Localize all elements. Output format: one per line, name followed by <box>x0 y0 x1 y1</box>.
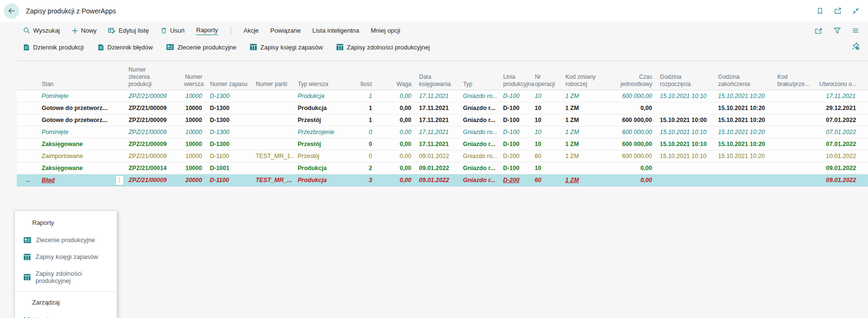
cell-utworzono[interactable]: 07.01.2022 <box>816 138 868 150</box>
table-row[interactable]: ZaksięgowaneZPZ/21/0001410000D-1001Produ… <box>17 162 868 174</box>
cell-godz_zak[interactable] <box>714 162 773 174</box>
cell-kod_braku[interactable] <box>773 126 816 138</box>
action-dziennik-bledow[interactable]: Dziennik błędów <box>98 44 153 51</box>
cell-utworzono[interactable]: 07.01.2022 <box>816 126 868 138</box>
cell-nr_operacji[interactable]: 10 <box>531 90 562 102</box>
menubar-item-mniej-opcji[interactable]: Mniej opcji <box>371 27 400 34</box>
cell-zlecenie[interactable]: ZPZ/21/00014 <box>125 162 180 174</box>
column-header-nr_operacji[interactable]: Nr operacji <box>531 73 562 88</box>
cell-waga[interactable]: 0,00 <box>376 126 416 138</box>
cell-kod_braku[interactable] <box>773 114 816 126</box>
cell-partia[interactable] <box>252 126 294 138</box>
cell-waga[interactable]: 0,00 <box>376 150 416 162</box>
cell-godz_rozp[interactable] <box>656 162 714 174</box>
cell-nr_operacji[interactable]: 10 <box>531 126 562 138</box>
cell-kod_zmiany[interactable]: 1 ZM <box>562 150 605 162</box>
cell-czas[interactable]: 600 000,00 <box>605 138 656 150</box>
column-header-godz_zak[interactable]: Godzina zakończenia <box>714 73 773 88</box>
cell-stan[interactable]: Zaksięgowane <box>38 138 125 150</box>
cell-godz_zak[interactable]: 15.10.2021 10:20 <box>714 102 773 114</box>
action-zapisy-ksiegi-zapasow[interactable]: Zapisy księgi zapasów <box>250 44 323 51</box>
bookmark-icon[interactable] <box>817 7 823 15</box>
cell-kod_braku[interactable] <box>773 102 816 114</box>
cell-linia[interactable]: D-100 <box>499 90 531 102</box>
action-zlecenie-produkcyjne[interactable]: Zlecenie produkcyjne <box>166 44 236 51</box>
cell-linia[interactable]: D-200 <box>499 174 531 186</box>
cell-ilosc[interactable]: 0 <box>343 126 376 138</box>
cell-data_ksiegowania[interactable]: 17.11.2021 <box>415 126 459 138</box>
menubar-item-powiazane[interactable]: Powiązane <box>270 27 301 34</box>
column-header-zlecenie[interactable]: Numer zlecenia produkcji <box>125 66 181 88</box>
cell-utworzono[interactable]: 10.01.2022 <box>816 150 868 162</box>
cell-stan[interactable]: Gotowe do przetworz... <box>38 114 125 126</box>
cell-zapas[interactable]: D-1300 <box>206 126 252 138</box>
column-header-wiersz[interactable]: Numer wiersza <box>180 73 206 88</box>
action-dziennik-produkcji[interactable]: Dziennik produkcji <box>23 44 84 51</box>
cell-stan[interactable]: Pominięte <box>38 90 125 102</box>
cell-godz_rozp[interactable] <box>656 174 714 186</box>
cell-utworzono[interactable]: 09.01.2022 <box>816 174 868 186</box>
cell-typ_wiersza[interactable]: Produkcja <box>294 102 343 114</box>
cell-kod_braku[interactable] <box>773 174 816 186</box>
cell-czas[interactable]: 600 000,00 <box>605 126 656 138</box>
cell-partia[interactable] <box>252 90 294 102</box>
context-menu-item-zapisy-zdolnosci-produkcyjnej[interactable]: Zapisy zdolności produkcyjnej <box>15 265 117 289</box>
cell-kod_zmiany[interactable] <box>562 162 605 174</box>
cell-typ_wiersza[interactable]: Przestój <box>294 150 343 162</box>
cell-zapas[interactable]: D-1300 <box>206 138 252 150</box>
cell-zapas[interactable]: D-1300 <box>206 90 252 102</box>
menubar-item-usun[interactable]: Usuń <box>160 27 184 34</box>
table-row[interactable]: ZaimportowaneZPZ/21/0000910000D-1100TEST… <box>17 150 868 162</box>
cell-ilosc[interactable]: 1 <box>343 90 376 102</box>
cell-zapas[interactable]: D-1001 <box>206 162 252 174</box>
cell-wiersz[interactable]: 10000 <box>180 126 206 138</box>
cell-godz_zak[interactable]: 15.10.2021 10:20 <box>714 138 773 150</box>
column-header-typ_wiersza[interactable]: Typ wiersza <box>294 81 343 88</box>
cell-ilosc[interactable]: 0 <box>343 138 376 150</box>
column-header-zapas[interactable]: Numer zapasu <box>206 81 252 88</box>
column-header-stan[interactable]: Stan <box>38 81 125 88</box>
cell-kod_braku[interactable] <box>773 162 816 174</box>
cell-kod_zmiany[interactable]: 1 ZM <box>562 174 605 186</box>
cell-typ_wiersza[interactable]: Przestój <box>294 138 343 150</box>
column-header-partia[interactable]: Numer partii <box>252 81 294 88</box>
cell-czas[interactable]: 0,00 <box>605 174 656 186</box>
cell-godz_zak[interactable]: 15.10.2021 10:20 <box>714 90 773 102</box>
cell-data_ksiegowania[interactable]: 09.01.2022 <box>415 162 459 174</box>
cell-ilosc[interactable]: 1 <box>343 102 376 114</box>
cell-ilosc[interactable]: 1 <box>343 114 376 126</box>
cell-zapas[interactable]: D-1300 <box>206 114 252 126</box>
cell-linia[interactable]: D-100 <box>499 102 531 114</box>
cell-godz_rozp[interactable] <box>656 102 714 114</box>
cell-typ_wiersza[interactable]: Produkcja <box>294 174 343 186</box>
table-row[interactable]: PominięteZPZ/21/0000910000D-1300Produkcj… <box>17 90 868 102</box>
column-header-waga[interactable]: Waga <box>376 81 416 88</box>
cell-typ[interactable]: Gniazdo ro... <box>459 90 500 102</box>
context-menu-item-usun[interactable]: Usuń <box>15 311 117 318</box>
column-header-kod_braku[interactable]: Kod braku/prze... <box>773 73 815 88</box>
cell-linia[interactable]: D-100 <box>499 138 531 150</box>
menubar-item-akcje[interactable]: Akcje <box>244 27 259 34</box>
cell-kod_zmiany[interactable]: 1 ZM <box>562 126 605 138</box>
cell-waga[interactable]: 0,00 <box>376 102 416 114</box>
cell-nr_operacji[interactable]: 10 <box>531 162 562 174</box>
cell-partia[interactable] <box>252 114 294 126</box>
cell-waga[interactable]: 0,00 <box>376 174 416 186</box>
cell-wiersz[interactable]: 10000 <box>180 114 206 126</box>
cell-typ_wiersza[interactable]: Produkcja <box>294 162 343 174</box>
cell-partia[interactable] <box>252 138 294 150</box>
cell-godz_rozp[interactable]: 15.10.2021 10:10 <box>656 126 714 138</box>
cell-typ[interactable]: Gniazdo r... <box>459 174 500 186</box>
cell-czas[interactable]: 0,00 <box>605 162 656 174</box>
cell-kod_braku[interactable] <box>773 150 816 162</box>
cell-zlecenie[interactable]: ZPZ/21/00009 <box>125 90 180 102</box>
cell-stan[interactable]: Zaimportowane <box>38 150 125 162</box>
cell-ilosc[interactable]: 0 <box>343 150 376 162</box>
cell-stan[interactable]: Błąd⋮ <box>38 174 125 186</box>
cell-wiersz[interactable]: 10000 <box>180 138 206 150</box>
cell-zapas[interactable]: D-1300 <box>206 102 252 114</box>
table-row[interactable]: →Błąd⋮ZPZ/21/0000920000D-1100TEST_MR_...… <box>17 174 868 186</box>
cell-partia[interactable] <box>252 102 294 114</box>
cell-typ_wiersza[interactable]: Produkcja <box>294 90 343 102</box>
cell-linia[interactable]: D-100 <box>499 126 531 138</box>
